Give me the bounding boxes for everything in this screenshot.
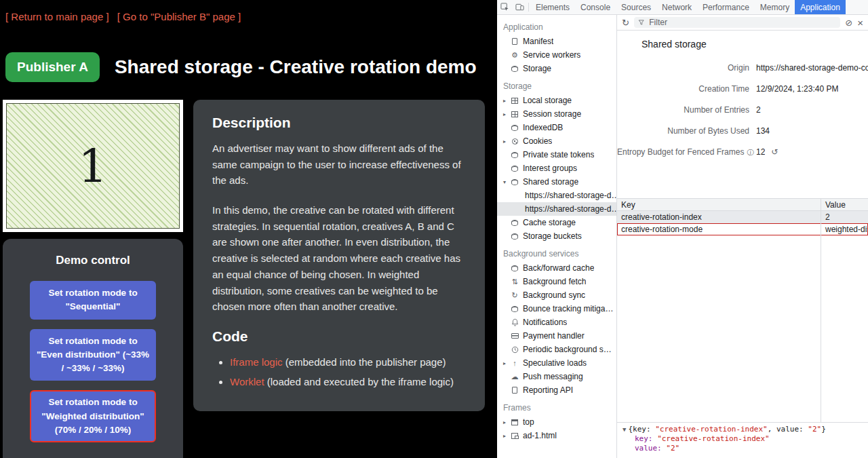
sidebar-item-speculative-loads[interactable]: ▸↑Speculative loads: [497, 356, 616, 370]
set-weighted-distribution-button[interactable]: Set rotation mode to "Weighted distribut…: [30, 390, 156, 442]
sidebar-item-https-shared-storage-d[interactable]: https://shared-storage-d…: [497, 189, 616, 202]
tab-application[interactable]: Application: [795, 0, 846, 14]
expand-caret-icon[interactable]: ▼: [623, 426, 626, 433]
preview-token: , value:: [768, 425, 808, 434]
worklet-link[interactable]: Worklet: [230, 376, 264, 387]
expander-icon[interactable]: ▸: [503, 419, 511, 425]
meta-label: Number of Entries: [617, 105, 756, 115]
table-row-creative-rotation-mode[interactable]: creative-rotation-modeweighted-distribut…: [617, 223, 868, 235]
tab-performance[interactable]: Performance: [697, 0, 755, 14]
sidebar-item-storage[interactable]: Storage: [497, 62, 616, 75]
code-bullet-2: Worklet (loaded and executed by the ifra…: [230, 374, 466, 389]
sidebar-item-background-fetch[interactable]: ⇅Background fetch: [497, 275, 616, 288]
devtools-window: ElementsConsoleSourcesNetworkPerformance…: [497, 0, 868, 458]
sidebar-section-storage: Storage: [497, 75, 616, 94]
sidebar-item-interest-groups[interactable]: Interest groups: [497, 161, 616, 175]
page-title: Shared storage - Creative rotation demo: [115, 56, 477, 78]
meta-row-number-of-bytes-used: Number of Bytes Used134: [617, 123, 868, 138]
gear-icon: ⚙: [511, 51, 519, 59]
preview-key-line: key: "creative-rotation-index": [623, 434, 863, 444]
refresh-icon[interactable]: ↻: [622, 18, 629, 28]
filter-box: [634, 17, 840, 28]
sidebar-item-label: Bounce tracking mitiga…: [523, 304, 613, 313]
sidebar-item-payment-handler[interactable]: Payment handler: [497, 329, 616, 343]
meta-value: 134: [756, 126, 770, 136]
sidebar-item-label: ad-1.html: [523, 431, 557, 440]
database-icon: [511, 123, 519, 132]
expander-icon[interactable]: ▸: [503, 111, 511, 117]
preview-token: {key:: [628, 425, 655, 434]
sidebar-item-cache-storage[interactable]: Cache storage: [497, 216, 616, 229]
sidebar-item-bounce-tracking-mitiga[interactable]: Bounce tracking mitiga…: [497, 302, 616, 316]
code-heading: Code: [212, 328, 466, 345]
set-even-distribution-button[interactable]: Set rotation mode to "Even distribution"…: [30, 329, 156, 381]
sidebar-item-shared-storage[interactable]: ▾Shared storage: [497, 175, 616, 189]
bullet-text: (loaded and executed by the iframe logic…: [264, 376, 454, 387]
expander-icon[interactable]: ▸: [503, 433, 511, 439]
frame-icon: [511, 418, 519, 426]
storage-toolbar: ↻ ⊘ ×: [617, 15, 868, 31]
cell-key: creative-rotation-index: [617, 212, 821, 222]
shared-storage-title: Shared storage: [642, 39, 868, 50]
info-icon[interactable]: ⓘ: [747, 149, 753, 156]
tab-sources[interactable]: Sources: [616, 0, 656, 14]
database-icon: [511, 178, 519, 186]
expander-icon[interactable]: ▾: [503, 179, 511, 185]
description-paragraph-1: An advertiser may want to show different…: [212, 140, 466, 189]
return-main-link[interactable]: [ Return to main page ]: [5, 11, 109, 22]
table-body: creative-rotation-index2creative-rotatio…: [617, 211, 868, 235]
tab-elements[interactable]: Elements: [530, 0, 575, 14]
publisher-b-link[interactable]: [ Go to "Publisher B" page ]: [117, 11, 241, 22]
sidebar-item-label: top: [523, 417, 534, 427]
sidebar-item-top[interactable]: ▸top: [497, 415, 616, 429]
database-icon: [511, 64, 519, 73]
sidebar-item-storage-buckets[interactable]: Storage buckets: [497, 229, 616, 243]
table-icon: [511, 96, 519, 104]
sidebar-item-indexeddb[interactable]: IndexedDB: [497, 121, 616, 134]
table-row-creative-rotation-index[interactable]: creative-rotation-index2: [617, 211, 868, 223]
meta-label: Number of Bytes Used: [617, 126, 756, 136]
expander-icon[interactable]: ▸: [503, 138, 511, 145]
filter-input[interactable]: [648, 17, 836, 28]
ad-creative: 1: [6, 103, 180, 229]
sidebar-item-back-forward-cache[interactable]: Back/forward cache: [497, 261, 616, 275]
sidebar-item-manifest[interactable]: Manifest: [497, 35, 616, 48]
set-sequential-button[interactable]: Set rotation mode to "Sequential": [30, 281, 156, 320]
device-toolbar-icon[interactable]: [512, 0, 527, 14]
tab-network[interactable]: Network: [656, 0, 697, 14]
column-header-value[interactable]: Value: [821, 200, 868, 210]
sidebar-item-background-sync[interactable]: ↻Background sync: [497, 288, 616, 302]
card-icon: [511, 332, 519, 340]
tab-memory[interactable]: Memory: [755, 0, 795, 14]
preview-token: }: [821, 425, 826, 434]
storage-items-table: KeyValue creative-rotation-index2creativ…: [617, 198, 868, 422]
top-nav: [ Return to main page ] [ Go to "Publish…: [0, 0, 497, 22]
meta-value: 12: [756, 147, 765, 157]
tab-console[interactable]: Console: [575, 0, 616, 14]
sidebar-item-ad-1-html[interactable]: ▸ad-1.html: [497, 429, 616, 442]
meta-label: Entropy Budget for Fenced Framesⓘ: [617, 147, 756, 157]
meta-row-number-of-entries: Number of Entries2: [617, 102, 868, 117]
reset-budget-icon[interactable]: ↺: [771, 147, 778, 157]
iframe-logic-link[interactable]: Iframe logic: [230, 356, 283, 368]
sidebar-item-local-storage[interactable]: ▸Local storage: [497, 94, 616, 107]
expander-icon[interactable]: ▸: [503, 360, 511, 366]
delete-selected-icon[interactable]: ×: [857, 17, 863, 28]
column-header-key[interactable]: Key: [617, 200, 821, 210]
sidebar-item-private-state-tokens[interactable]: Private state tokens: [497, 148, 616, 161]
sidebar-item-label: Background sync: [523, 290, 585, 300]
inspect-element-icon[interactable]: [497, 0, 512, 14]
code-bullet-1: Iframe logic (embedded into the publishe…: [230, 354, 466, 370]
description-panel: Description An advertiser may want to sh…: [193, 100, 485, 411]
sidebar-item-push-messaging[interactable]: ☁Push messaging: [497, 370, 616, 383]
sidebar-item-https-shared-storage-d-2[interactable]: https://shared-storage-d…: [497, 202, 616, 216]
sidebar-item-session-storage[interactable]: ▸Session storage: [497, 107, 616, 121]
expander-icon[interactable]: ▸: [503, 98, 511, 104]
clear-all-icon[interactable]: ⊘: [845, 18, 852, 28]
sidebar-item-periodic-background-s[interactable]: Periodic background s…: [497, 343, 616, 356]
sidebar-item-service-workers[interactable]: ⚙Service workers: [497, 48, 616, 62]
database-icon: [511, 218, 519, 227]
sidebar-item-cookies[interactable]: ▸Cookies: [497, 134, 616, 148]
sidebar-item-reporting-api[interactable]: Reporting API: [497, 383, 616, 397]
sidebar-item-notifications[interactable]: Notifications: [497, 316, 616, 329]
